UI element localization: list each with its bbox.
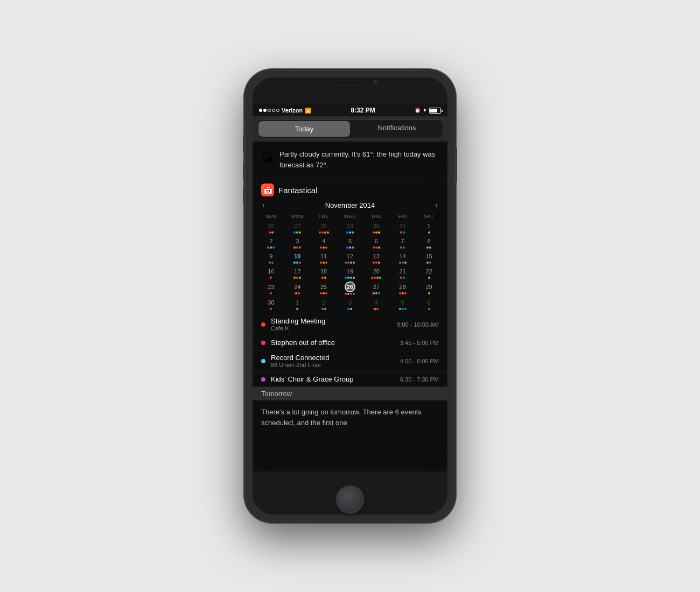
scroll-content[interactable]: 🌤 Partly cloudy currently. It's 61°; the…: [253, 142, 447, 471]
calendar-dot: [325, 246, 327, 249]
calendar-dot: [346, 231, 348, 234]
calendar-cell[interactable]: 25: [311, 280, 337, 297]
calendar-dot: [373, 231, 375, 234]
calendar-cell[interactable]: 7: [389, 235, 416, 250]
calendar-cell[interactable]: 11: [311, 250, 337, 265]
calendar-cell[interactable]: 29: [337, 220, 363, 235]
calendar-dot: [373, 246, 375, 249]
calendar-cell[interactable]: 29: [416, 280, 442, 297]
calendar-cell[interactable]: 28: [389, 280, 416, 297]
event-stephen[interactable]: Stephen out of office 3:45 - 5:00 PM: [253, 335, 447, 350]
calendar-cell[interactable]: 1: [284, 297, 311, 312]
calendar-cell[interactable]: 1: [416, 220, 442, 235]
signal-dot-4: [272, 109, 275, 112]
fantastical-title: Fantastical: [278, 186, 318, 195]
calendar-cell[interactable]: 9: [258, 250, 284, 265]
calendar-cell[interactable]: 31: [389, 220, 416, 235]
calendar-cell[interactable]: 17: [284, 265, 311, 280]
event-location-standing-meeting: Cafe K: [271, 325, 391, 332]
calendar-cell[interactable]: 6: [416, 297, 442, 312]
calendar-cell[interactable]: 4: [311, 235, 337, 250]
status-right: ⏰ ✦: [415, 108, 441, 114]
calendar-dot: [269, 231, 271, 234]
calendar-cell[interactable]: 13: [363, 250, 389, 265]
calendar-cell[interactable]: 28: [311, 220, 337, 235]
calendar-cell[interactable]: 4: [363, 297, 389, 312]
calendar-dot: [353, 293, 355, 295]
tomorrow-section-header: Tomorrow: [253, 387, 447, 400]
calendar-cell[interactable]: 6: [363, 235, 389, 250]
calendar-dot: [319, 231, 321, 234]
calendar-dot: [402, 292, 404, 294]
event-dot-teal: [261, 359, 265, 363]
calendar-cell[interactable]: 26: [258, 220, 284, 235]
calendar-dot: [270, 246, 272, 249]
calendar-dot: [404, 262, 407, 264]
calendar-cell[interactable]: 8: [416, 235, 442, 250]
event-location-record-connected: 88 Union 2nd Floor: [271, 362, 395, 368]
event-kids-choir[interactable]: Kids' Choir & Grace Group 6:30 - 7:30 PM: [253, 372, 447, 387]
calendar-cell[interactable]: 3: [284, 235, 311, 250]
calendar-cell[interactable]: 10: [284, 250, 311, 265]
calendar-dot: [270, 277, 272, 279]
calendar-dot: [352, 231, 354, 234]
calendar-cell[interactable]: 30: [258, 297, 284, 312]
calendar-dot: [299, 231, 301, 234]
status-left: Verizon 📶: [259, 107, 311, 114]
calendar-cell[interactable]: 27: [363, 280, 389, 297]
calendar-dot: [376, 277, 379, 279]
event-dot-purple: [261, 377, 265, 382]
calendar-dot: [347, 262, 349, 264]
calendar-dot: [352, 246, 354, 249]
calendar-cell[interactable]: 26: [337, 280, 363, 297]
carrier-label: Verizon: [282, 107, 303, 114]
calendar-dot: [350, 293, 352, 295]
calendar-cell[interactable]: 16: [258, 265, 284, 280]
calendar-cell[interactable]: 3: [337, 297, 363, 312]
tab-today[interactable]: Today: [258, 121, 350, 137]
calendar-prev-button[interactable]: ‹: [262, 201, 265, 209]
calendar-cell[interactable]: 19: [337, 265, 363, 280]
calendar-dot: [426, 246, 429, 249]
calendar-dot: [378, 292, 380, 294]
col-mon: MON: [284, 213, 311, 220]
calendar-dot: [347, 293, 349, 295]
calendar-cell[interactable]: 22: [416, 265, 442, 280]
calendar-cell[interactable]: 12: [337, 250, 363, 265]
calendar-dot: [293, 277, 296, 279]
calendar-cell[interactable]: 2: [311, 297, 337, 312]
calendar-cell[interactable]: 5: [389, 297, 416, 312]
event-dot-red: [261, 322, 265, 327]
calendar-cell[interactable]: 30: [363, 220, 389, 235]
calendar-dot: [296, 277, 298, 279]
calendar-cell[interactable]: 15: [416, 250, 442, 265]
calendar-dot: [345, 277, 347, 279]
calendar-dot: [375, 246, 377, 249]
calendar-dot: [428, 308, 430, 310]
calendar-cell[interactable]: 18: [311, 265, 337, 280]
calendar-dot: [267, 246, 269, 249]
home-button[interactable]: [336, 485, 364, 513]
event-time-standing-meeting: 9:00 - 10:00 AM: [397, 321, 439, 328]
event-record-connected[interactable]: Record Connected 88 Union 2nd Floor 4:00…: [253, 350, 447, 372]
calendar-cell[interactable]: 14: [389, 250, 416, 265]
tab-notifications[interactable]: Notifications: [351, 120, 443, 138]
calendar-cell[interactable]: 20: [363, 265, 389, 280]
calendar-dot: [324, 308, 326, 310]
event-title-record-connected: Record Connected: [271, 354, 395, 362]
calendar-cell[interactable]: 23: [258, 280, 284, 297]
event-standing-meeting[interactable]: Standing Meeting Cafe K 9:00 - 10:00 AM: [253, 314, 447, 335]
calendar-dot: [429, 246, 431, 249]
calendar-cell[interactable]: 24: [284, 280, 311, 297]
calendar-cell[interactable]: 2: [258, 235, 284, 250]
calendar-dot: [296, 246, 298, 249]
calendar-cell[interactable]: 21: [389, 265, 416, 280]
calendar-month-label: November 2014: [325, 201, 375, 209]
event-info-record-connected: Record Connected 88 Union 2nd Floor: [271, 354, 395, 368]
calendar-cell[interactable]: 5: [337, 235, 363, 250]
calendar-next-button[interactable]: ›: [435, 201, 438, 209]
calendar-dot: [272, 246, 275, 249]
calendar-cell[interactable]: 27: [284, 220, 311, 235]
calendar-dot: [374, 308, 376, 310]
calendar-dot: [373, 292, 375, 294]
